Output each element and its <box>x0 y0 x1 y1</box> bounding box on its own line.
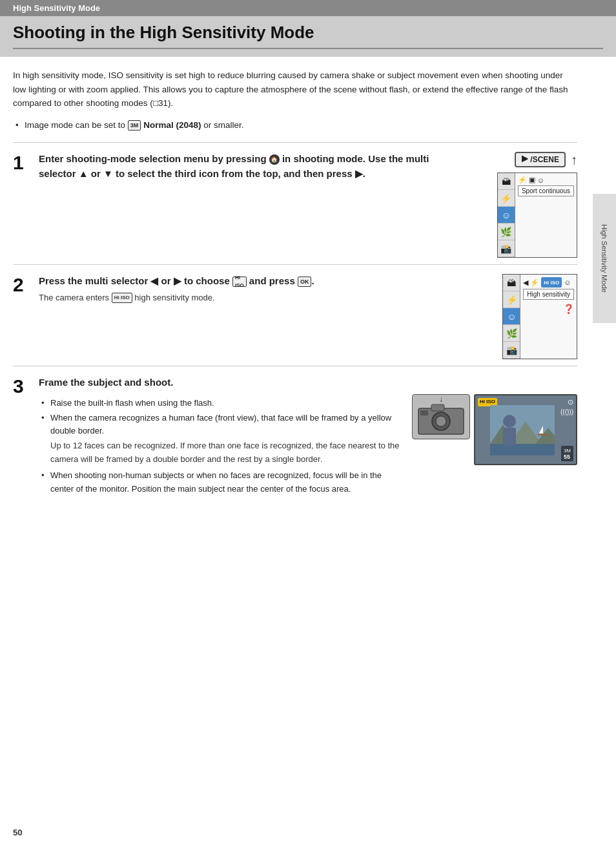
svg-point-3 <box>436 416 446 426</box>
ok-icon-title: OK <box>298 277 312 287</box>
step-1-title: Enter shooting-mode selection menu by pr… <box>39 152 442 181</box>
step2-sub-icons-row: ◀ ⚡ Hi ISO ☺ <box>523 277 574 288</box>
step3-images: ↓ Hi ISO ⊙ <box>412 394 577 465</box>
image-mode-icon: 3M <box>128 120 141 131</box>
lcd-right-icon: ((())) <box>560 408 573 415</box>
intro-paragraph: In high sensitivity mode, ISO sensitivit… <box>13 68 577 110</box>
step-2-desc: The camera enters Hi ISO high sensitivit… <box>39 291 442 305</box>
svg-rect-4 <box>420 410 428 415</box>
step-2-number: 2 <box>13 275 32 295</box>
menu-icon-5: 📸 <box>498 240 515 257</box>
menu-right-content: ⚡ ▣ ☺ Sport continuous <box>515 173 577 257</box>
step-2-title: Press the multi selector ◀ or ▶ to choos… <box>39 274 442 289</box>
lcd-figure <box>485 407 560 454</box>
step-2-content: Press the multi selector ◀ or ▶ to choos… <box>39 274 442 304</box>
header-title: High Sensitivity Mode <box>13 3 100 13</box>
step-3: 3 Frame the subject and shoot. Raise the… <box>13 366 577 503</box>
step2-menu-icon-5: 📸 <box>503 342 520 359</box>
up-arrow-icon: ↑ <box>571 152 577 167</box>
step-3-number: 3 <box>13 377 32 396</box>
hi-iso-icon-title: HiISO <box>232 277 247 287</box>
step-1-content: Enter shooting-mode selection menu by pr… <box>39 152 442 183</box>
step2-menu-icon-4: 🌿 <box>503 325 520 342</box>
menu-icon-2: ⚡ <box>498 190 515 207</box>
svg-rect-1 <box>431 404 444 411</box>
svg-rect-12 <box>503 428 516 446</box>
page-number: 50 <box>13 828 22 837</box>
step-1-number: 1 <box>13 153 32 173</box>
step-1: 1 Enter shooting-mode selection menu by … <box>13 142 577 264</box>
step2-menu-right-content: ◀ ⚡ Hi ISO ☺ High sensitivity ❓ <box>520 275 577 359</box>
sport-continuous-tooltip: Sport continuous <box>518 185 574 196</box>
menu-icon-4: 🌿 <box>498 224 515 240</box>
page-title: Shooting in the High Sensitivity Mode <box>13 23 603 49</box>
svg-point-11 <box>503 415 516 428</box>
svg-rect-14 <box>538 434 548 435</box>
step3-body: Raise the built-in flash when using the … <box>39 394 577 498</box>
camera-icon-inline: 🏠 <box>269 154 280 165</box>
step3-bullets: Raise the built-in flash when using the … <box>39 397 406 438</box>
step-1-images: ⯈ /SCENE ↑ 🏔 ⚡ ☺ 🌿 📸 ⚡ ▣ <box>448 152 577 258</box>
camera-body-image: ↓ <box>412 394 470 439</box>
step3-indent: Up to 12 faces can be recognized. If mor… <box>39 439 406 466</box>
high-sensitivity-tooltip: High sensitivity <box>523 289 574 300</box>
step2-menu-icon-1: 🏔 <box>503 275 520 291</box>
step1-menu-panel: 🏔 ⚡ ☺ 🌿 📸 ⚡ ▣ ☺ Sport continuous <box>497 173 577 258</box>
step3-text: Raise the built-in flash when using the … <box>39 394 406 498</box>
lcd-bottom-badge: 3M 55 <box>561 446 573 461</box>
lcd-top-right-icon: ⊙ <box>568 398 573 406</box>
step2-menu-panel: 🏔 ⚡ ☺ 🌿 📸 ◀ ⚡ Hi ISO ☺ High sensitivity … <box>502 274 577 359</box>
step-2: 2 Press the multi selector ◀ or ▶ to cho… <box>13 264 577 366</box>
step3-bullet-1: Raise the built-in flash when using the … <box>39 397 406 410</box>
scene-selector-row: ⯈ /SCENE ↑ <box>515 152 577 167</box>
menu-left-icons: 🏔 ⚡ ☺ 🌿 📸 <box>498 173 515 257</box>
sidebar-label: High Sensitivity Mode <box>601 224 608 293</box>
step2-hi-iso-selected: Hi ISO <box>541 277 562 288</box>
main-title-section: Shooting in the High Sensitivity Mode <box>0 16 616 57</box>
step2-menu-icon-2: ⚡ <box>503 291 520 308</box>
intro-bullets: Image mode can be set to 3M Normal (2048… <box>13 118 577 132</box>
hi-iso-icon-desc: Hi ISO <box>112 293 132 303</box>
intro-bullet-1: Image mode can be set to 3M Normal (2048… <box>13 118 577 132</box>
svg-text:↓: ↓ <box>439 395 443 404</box>
scene-pill: ⯈ /SCENE <box>515 152 566 167</box>
step-3-content: Frame the subject and shoot. Raise the b… <box>39 375 577 497</box>
step3-bullet-3: When shooting non-human subjects or when… <box>39 469 406 496</box>
step-2-images: 🏔 ⚡ ☺ 🌿 📸 ◀ ⚡ Hi ISO ☺ High sensitivity … <box>448 274 577 359</box>
help-icon: ❓ <box>523 304 574 314</box>
step3-bullets-2: When shooting non-human subjects or when… <box>39 469 406 496</box>
lcd-screen: Hi ISO ⊙ <box>474 394 577 465</box>
step-3-title: Frame the subject and shoot. <box>39 375 577 390</box>
menu-icon-3-active: ☺ <box>498 207 515 224</box>
page-header: High Sensitivity Mode <box>0 0 616 16</box>
menu-icon-1: 🏔 <box>498 173 515 190</box>
step2-menu-left-icons: 🏔 ⚡ ☺ 🌿 📸 <box>503 275 520 359</box>
step2-menu-icon-3-active: ☺ <box>503 308 520 325</box>
step3-bullet-2: When the camera recognizes a human face … <box>39 412 406 439</box>
camera-svg: ↓ <box>415 395 467 437</box>
menu-sub-icons-row: ⚡ ▣ ☺ <box>518 176 574 184</box>
person-svg <box>490 405 555 456</box>
svg-rect-10 <box>490 444 555 456</box>
content-area: In high sensitivity mode, ISO sensitivit… <box>0 57 590 516</box>
sidebar: High Sensitivity Mode <box>593 194 616 323</box>
